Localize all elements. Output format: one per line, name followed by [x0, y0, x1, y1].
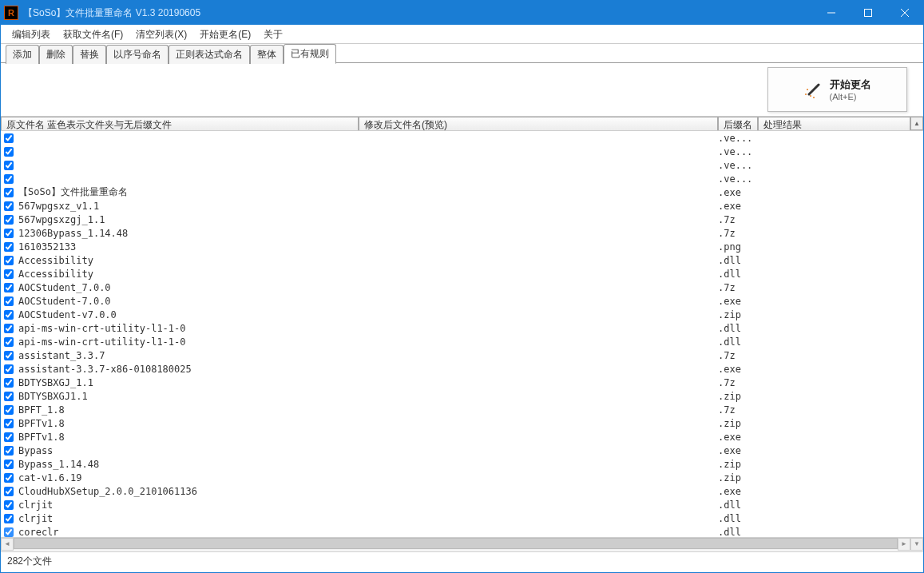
tab-whole[interactable]: 整体 [250, 45, 284, 64]
row-checkbox[interactable] [4, 487, 14, 496]
tab-add[interactable]: 添加 [6, 45, 39, 64]
row-checkbox[interactable] [4, 378, 14, 388]
row-checkbox[interactable] [4, 188, 14, 197]
row-checkbox[interactable] [4, 310, 14, 320]
row-ext: .zip [718, 459, 758, 470]
row-checkbox[interactable] [4, 147, 14, 157]
row-checkbox[interactable] [4, 256, 14, 265]
table-row[interactable]: Accessibility.dll [1, 253, 923, 267]
menu-about[interactable]: 关于 [257, 25, 289, 44]
row-checkbox[interactable] [4, 405, 14, 415]
start-rename-button[interactable]: 开始更名 (Alt+E) [767, 67, 907, 112]
row-checkbox[interactable] [4, 296, 14, 306]
table-row[interactable]: BPFT_1.8.7z [1, 403, 923, 416]
tab-replace[interactable]: 替换 [73, 45, 106, 64]
row-checkbox[interactable] [4, 337, 14, 347]
table-row[interactable]: assistant-3.3.7-x86-0108180025.exe [1, 362, 923, 376]
table-row[interactable]: .ve... [1, 145, 923, 158]
table-row[interactable]: BDTYSBXGJ1.1.zip [1, 389, 923, 403]
horizontal-scrollbar[interactable]: ◄ ► ▼ [1, 537, 923, 550]
table-row[interactable]: coreclr.dll [1, 525, 923, 537]
table-row[interactable]: cat-v1.6.19.zip [1, 471, 923, 484]
row-checkbox-cell [1, 133, 17, 143]
row-checkbox-cell [1, 392, 17, 401]
col-original[interactable]: 原文件名 蓝色表示文件夹与无后缀文件 [1, 117, 359, 130]
scroll-thumb[interactable] [14, 538, 898, 549]
row-checkbox[interactable] [4, 269, 14, 279]
menu-start-rename[interactable]: 开始更名(E) [193, 25, 257, 44]
menu-clear-list[interactable]: 清空列表(X) [129, 25, 193, 44]
close-button[interactable] [886, 1, 923, 25]
table-row[interactable]: BPFTv1.8.exe [1, 430, 923, 444]
table-row[interactable]: .ve... [1, 131, 923, 145]
row-checkbox[interactable] [4, 133, 14, 143]
menu-edit-list[interactable]: 编辑列表 [6, 25, 57, 44]
row-checkbox[interactable] [4, 201, 14, 211]
row-checkbox[interactable] [4, 161, 14, 170]
table-row[interactable]: 1610352133.png [1, 240, 923, 253]
maximize-button[interactable] [850, 1, 886, 25]
table-row[interactable]: 567wpgsxz_v1.1.exe [1, 199, 923, 213]
scroll-right-button[interactable]: ► [898, 538, 910, 551]
table-row[interactable]: 12306Bypass_1.14.48.7z [1, 226, 923, 240]
row-checkbox[interactable] [4, 283, 14, 292]
table-row[interactable]: Bypass_1.14.48.zip [1, 457, 923, 471]
table-row[interactable]: BPFTv1.8.zip [1, 416, 923, 430]
row-checkbox[interactable] [4, 500, 14, 510]
row-ext: .dll [718, 513, 758, 524]
table-row[interactable]: Bypass.exe [1, 444, 923, 457]
table-row[interactable]: clrjit.dll [1, 511, 923, 525]
row-checkbox[interactable] [4, 392, 14, 401]
table-row[interactable]: .ve... [1, 158, 923, 172]
row-checkbox[interactable] [4, 514, 14, 523]
row-checkbox[interactable] [4, 432, 14, 442]
table-row[interactable]: 【SoSo】文件批量重命名.exe [1, 185, 923, 199]
row-checkbox[interactable] [4, 215, 14, 225]
row-checkbox[interactable] [4, 242, 14, 252]
table-rows: .ve....ve....ve....ve...【SoSo】文件批量重命名.ex… [1, 131, 923, 537]
tab-seq-name[interactable]: 以序号命名 [106, 45, 169, 64]
table-row[interactable]: AOCStudent_7.0.0.7z [1, 281, 923, 294]
row-checkbox[interactable] [4, 473, 14, 483]
table-row[interactable]: api-ms-win-crt-utility-l1-1-0.dll [1, 335, 923, 348]
tab-regex-name[interactable]: 正则表达式命名 [169, 45, 250, 64]
row-ext: .7z [718, 350, 758, 361]
row-checkbox[interactable] [4, 324, 14, 333]
table-row[interactable]: AOCStudent-7.0.0.exe [1, 294, 923, 308]
row-original-name: AOCStudent_7.0.0 [17, 282, 359, 293]
table-row[interactable]: api-ms-win-crt-utility-l1-1-0.dll [1, 321, 923, 335]
table-row[interactable]: BDTYSBXGJ_1.1.7z [1, 376, 923, 389]
action-area: 开始更名 (Alt+E) [1, 63, 923, 117]
row-checkbox[interactable] [4, 364, 14, 374]
row-ext: .ve... [718, 160, 758, 171]
table-row[interactable]: clrjit.dll [1, 498, 923, 511]
tab-delete[interactable]: 删除 [39, 45, 73, 64]
start-shortcut: (Alt+E) [830, 92, 857, 101]
col-ext[interactable]: 后缀名 [718, 117, 758, 130]
table-row[interactable]: 567wpgsxzgj_1.1.7z [1, 213, 923, 226]
row-checkbox[interactable] [4, 460, 14, 469]
scroll-track[interactable] [14, 538, 898, 551]
menu-get-filenames[interactable]: 获取文件名(F) [57, 25, 129, 44]
scroll-down-button[interactable]: ▼ [910, 538, 923, 551]
table-row[interactable]: .ve... [1, 172, 923, 185]
row-checkbox-cell [1, 147, 17, 157]
table-row[interactable]: AOCStudent-v7.0.0.zip [1, 308, 923, 321]
col-preview[interactable]: 修改后文件名(预览) [359, 117, 718, 130]
col-result[interactable]: 处理结果 [758, 117, 910, 130]
scroll-left-button[interactable]: ◄ [1, 538, 14, 551]
scroll-up-button[interactable]: ▲ [910, 117, 923, 130]
row-checkbox[interactable] [4, 229, 14, 238]
row-checkbox[interactable] [4, 527, 14, 537]
tab-existing-rules[interactable]: 已有规则 [284, 44, 336, 64]
row-checkbox[interactable] [4, 174, 14, 184]
row-checkbox[interactable] [4, 351, 14, 360]
row-checkbox[interactable] [4, 446, 14, 456]
minimize-button[interactable] [813, 1, 850, 25]
table-row[interactable]: Accessibility.dll [1, 267, 923, 281]
table-row[interactable]: CloudHubXSetup_2.0.0_2101061136.exe [1, 484, 923, 498]
row-ext: .png [718, 241, 758, 253]
table-row[interactable]: assistant_3.3.7.7z [1, 348, 923, 362]
row-checkbox[interactable] [4, 419, 14, 428]
row-ext: .exe [718, 445, 758, 456]
